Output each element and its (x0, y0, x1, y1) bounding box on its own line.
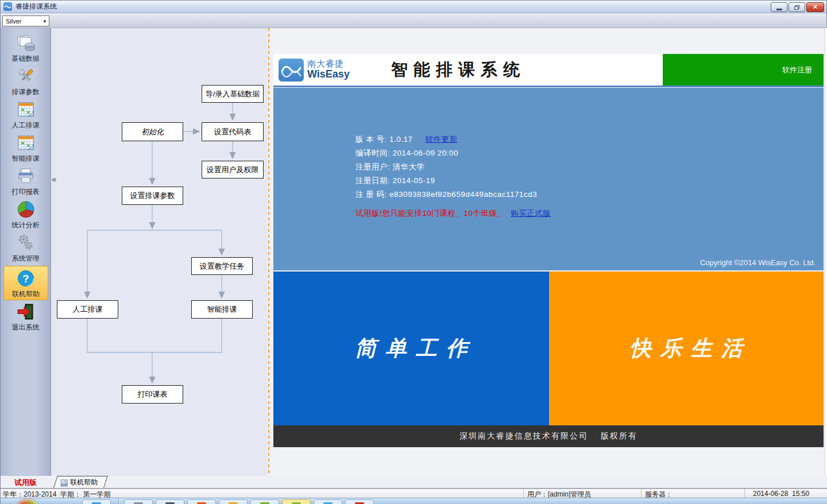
status-separator (523, 489, 524, 498)
brand-name-en: WisEasy (307, 69, 350, 80)
calendar-icon (16, 133, 36, 153)
content-header: 南大睿捷 WisEasy 智能排课系统 (273, 54, 663, 86)
trial-version-label: 试用版 (14, 478, 37, 488)
registered-user-value: 清华大学 (393, 162, 425, 171)
version-label: 版 本 号: (355, 135, 389, 144)
banner-happy-life: 快乐生活 (549, 272, 824, 425)
software-update-link[interactable]: 软件更新 (426, 135, 458, 144)
sidebar-item-label: 退出系统 (12, 323, 40, 332)
header-divider (273, 86, 824, 87)
main-content: 南大睿捷 WisEasy 智能排课系统 软件注册 版 本 号: 1.0.17软件… (270, 28, 827, 476)
restore-button[interactable] (789, 2, 805, 12)
register-date-row: 注册日期: 2014-05-19 (355, 174, 824, 188)
close-button[interactable]: ✕ (806, 2, 824, 12)
sidebar-item-label: 智能排课 (12, 154, 40, 164)
calendar-icon (16, 99, 36, 120)
sidebar-item-help[interactable]: ? 联机帮助 (3, 266, 48, 300)
flow-node-users-permissions[interactable]: 设置用户及权限 (202, 161, 264, 179)
window-title: 睿捷排课系统 (16, 2, 57, 11)
close-icon: ✕ (813, 4, 818, 10)
register-code-value: e83093838ef82b659d449abcac1171cd3 (389, 190, 537, 199)
sidebar-item-exit[interactable]: 退出系统 (1, 301, 51, 334)
flow-node-code-table[interactable]: 设置代码表 (202, 122, 264, 141)
collapse-panel-handle[interactable]: « (52, 174, 56, 184)
status-separator (641, 489, 641, 498)
status-separator (744, 489, 745, 498)
minimize-button[interactable] (771, 2, 787, 12)
flow-node-schedule-params[interactable]: 设置排课参数 (122, 187, 183, 205)
pie-chart-icon (16, 199, 36, 220)
taskbar-app-button[interactable] (124, 499, 153, 504)
trial-warning-row: 试用版!您只能安排10门课程、10个班级。购买正式版 (355, 207, 824, 220)
build-row: 编译时间: 2014-06-09 20:00 (355, 146, 824, 160)
taskbar-app-button[interactable] (219, 499, 248, 504)
taskbar-app-button[interactable] (314, 499, 342, 504)
theme-dropdown[interactable]: Silver ▼ (2, 15, 49, 26)
brand-name-cn: 南大睿捷 (307, 59, 350, 69)
flow-node-initialize[interactable]: 初始化 (122, 122, 183, 141)
flow-node-smart-schedule[interactable]: 智能排课 (191, 300, 253, 319)
sidebar-item-print-report[interactable]: 打印报表 (1, 166, 51, 198)
document-tabstrip: 试用版 联机帮助 (1, 476, 827, 489)
app-logo-icon (3, 2, 12, 11)
flow-node-manual-schedule[interactable]: 人工排课 (57, 300, 118, 319)
theme-dropdown-value: Silver (6, 18, 22, 25)
page-title: 智能排课系统 (391, 59, 525, 82)
titlebar: 睿捷排课系统 ✕ (1, 1, 826, 13)
brand: 南大睿捷 WisEasy (279, 59, 350, 82)
minimize-icon (776, 9, 782, 10)
register-date-label: 注册日期: (355, 176, 393, 185)
taskbar-app-button[interactable] (250, 499, 279, 504)
flow-node-teaching-tasks[interactable]: 设置教学任务 (191, 257, 253, 275)
database-icon (16, 33, 36, 53)
sidebar-item-smart-schedule[interactable]: 智能排课 (1, 133, 51, 165)
status-datetime: 2014-06-28 15:50 (753, 490, 809, 498)
workspace: 基础数据 排课参数 (1, 28, 827, 476)
tab-icon (60, 479, 68, 486)
registered-user-row: 注册用户: 清华大学 (355, 160, 824, 174)
flow-node-print-timetable[interactable]: 打印课表 (122, 385, 183, 404)
flow-node-import-data[interactable]: 导/录入基础数据 (202, 85, 264, 103)
sidebar-item-label: 打印报表 (12, 187, 40, 197)
sidebar-item-base-data[interactable]: 基础数据 (1, 33, 51, 65)
taskbar (1, 498, 827, 504)
tab-online-help[interactable]: 联机帮助 (53, 476, 108, 488)
restore-icon (794, 5, 799, 10)
sidebar-item-manual-schedule[interactable]: 人工排课 (1, 99, 51, 131)
gears-icon (16, 232, 36, 253)
taskbar-app-button[interactable] (187, 499, 216, 504)
sidebar-item-system[interactable]: 系统管理 (1, 232, 51, 265)
taskbar-app-button[interactable] (345, 499, 374, 504)
company-footer: 深圳南大睿捷信息技术有限公司 版权所有 (273, 425, 824, 447)
taskbar-app-button-active[interactable] (282, 499, 311, 504)
register-date-value: 2014-05-19 (393, 176, 435, 185)
taskbar-app-button[interactable] (156, 499, 184, 504)
sidebar-item-label: 联机帮助 (12, 289, 40, 299)
application-window: 睿捷排课系统 ✕ Silver ▼ (0, 0, 827, 504)
version-row: 版 本 号: 1.0.17软件更新 (355, 133, 824, 146)
toolbar: Silver ▼ (1, 13, 826, 28)
help-icon: ? (16, 268, 36, 289)
license-info-panel: 版 本 号: 1.0.17软件更新 编译时间: 2014-06-09 20:00… (273, 88, 824, 270)
copyright-text: Copyright ©2014 WisEasy Co. Ltd. (700, 258, 816, 267)
sidebar-item-label: 统计分析 (12, 220, 40, 230)
tools-icon (16, 66, 36, 87)
sidebar: 基础数据 排课参数 (1, 28, 51, 476)
banner-simple-work: 简单工作 (273, 272, 549, 425)
scrollbar-track[interactable] (824, 28, 827, 476)
taskbar-separator (118, 499, 119, 504)
start-button[interactable] (14, 499, 41, 504)
build-label: 编译时间: (355, 149, 393, 157)
register-button[interactable]: 软件注册 (663, 54, 824, 86)
sidebar-item-label: 基础数据 (12, 54, 40, 64)
brand-logo-icon (279, 59, 304, 82)
banner-text: 简单工作 (346, 334, 477, 363)
banner-text: 快乐生活 (621, 334, 752, 363)
sidebar-item-params[interactable]: 排课参数 (1, 66, 51, 98)
register-code-row: 注 册 码: e83093838ef82b659d449abcac1171cd3 (355, 188, 824, 201)
flowchart-panel: « 导/录入基础数据 初始化 设置代码表 设置用户及权限 设置排课参数 设置教学… (51, 28, 267, 476)
taskbar-app-button[interactable] (82, 499, 111, 504)
sidebar-item-statistics[interactable]: 统计分析 (1, 199, 51, 231)
buy-full-version-link[interactable]: 购买正式版 (511, 209, 551, 218)
printer-icon (16, 166, 36, 187)
